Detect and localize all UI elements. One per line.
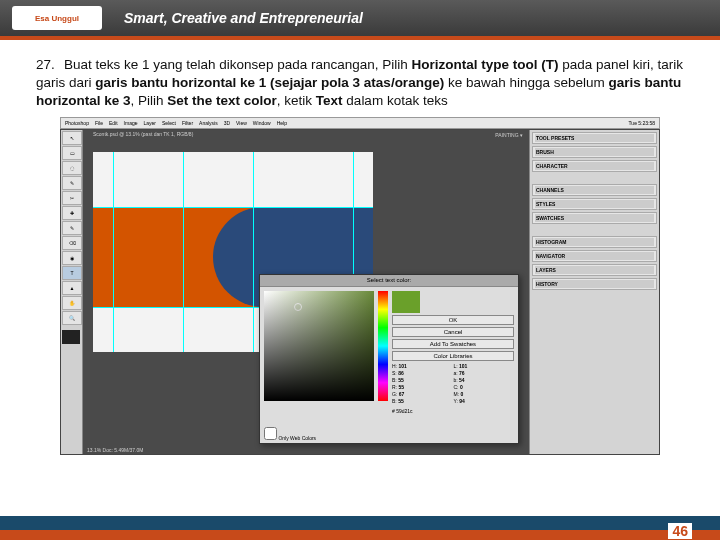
cancel-button[interactable]: Cancel (392, 327, 514, 337)
canvas-area: Scontk.psd @ 13.1% (past dan TK 1, RGB/8… (83, 130, 529, 454)
document-tab[interactable]: Scontk.psd @ 13.1% (past dan TK 1, RGB/8… (93, 131, 193, 137)
right-panels: TOOL PRESETS BRUSH CHARACTER CHANNELS ST… (529, 130, 659, 454)
step-number: 27. (36, 56, 64, 74)
tool-lasso[interactable]: ◌ (62, 161, 82, 175)
tool-hand[interactable]: ✋ (62, 296, 82, 310)
tool-eyedropper[interactable]: ✚ (62, 206, 82, 220)
menu-select[interactable]: Select (162, 120, 176, 126)
university-logo: Esa Unggul (12, 6, 102, 30)
panel-histogram[interactable]: HISTOGRAM (535, 238, 654, 246)
menu-window[interactable]: Window (253, 120, 271, 126)
panel-layers[interactable]: LAYERS (535, 266, 654, 274)
panel-swatches[interactable]: SWATCHES (535, 214, 654, 222)
color-field-cursor (294, 303, 302, 311)
screenshot-photoshop: Photoshop File Edit Image Layer Select F… (60, 117, 660, 457)
tool-gradient[interactable]: ◉ (62, 251, 82, 265)
color-field[interactable] (264, 291, 374, 401)
tool-zoom[interactable]: 🔍 (62, 311, 82, 325)
panel-character[interactable]: CHARACTER (535, 162, 654, 170)
guide-vertical (113, 152, 114, 352)
color-sample (392, 291, 420, 313)
tool-eraser[interactable]: ⌫ (62, 236, 82, 250)
color-value-inputs[interactable]: H: 101L: 101 S: 86a: 76 B: 55b: 54 R: 55… (392, 363, 514, 404)
menubar-clock: Tue 5:23:58 (628, 120, 655, 126)
panel-brush[interactable]: BRUSH (535, 148, 654, 156)
color-picker-title: Select text color: (260, 275, 518, 287)
menu-analysis[interactable]: Analysis (199, 120, 218, 126)
menu-layer[interactable]: Layer (144, 120, 157, 126)
panel-navigator[interactable]: NAVIGATOR (535, 252, 654, 260)
guide-vertical (253, 152, 254, 352)
menu-help[interactable]: Help (277, 120, 287, 126)
panel-tool-presets[interactable]: TOOL PRESETS (535, 134, 654, 142)
tool-type[interactable]: T (62, 266, 82, 280)
guide-vertical (183, 152, 184, 352)
mac-menubar[interactable]: Photoshop File Edit Image Layer Select F… (60, 117, 660, 129)
header-tagline: Smart, Creative and Entrepreneurial (124, 10, 363, 26)
menu-photoshop[interactable]: Photoshop (65, 120, 89, 126)
add-swatch-button[interactable]: Add To Swatches (392, 339, 514, 349)
guide-horizontal (93, 207, 373, 208)
menu-3d[interactable]: 3D (224, 120, 230, 126)
footer-stripe-blue (0, 516, 720, 530)
status-bar: 13.1% Doc: 5.49M/37.0M (83, 446, 147, 454)
page-number: 46 (668, 523, 692, 539)
ok-button[interactable]: OK (392, 315, 514, 325)
tool-wand[interactable]: ✎ (62, 176, 82, 190)
menu-filter[interactable]: Filter (182, 120, 193, 126)
panel-styles[interactable]: STYLES (535, 200, 654, 208)
tool-brush[interactable]: ✎ (62, 221, 82, 235)
slide-footer: 46 (0, 512, 720, 540)
hex-input[interactable]: # 59d21c (392, 408, 514, 414)
step-instruction: 27.Buat teks ke 1 yang telah dikonsep pa… (0, 40, 720, 117)
panel-history[interactable]: HISTORY (535, 280, 654, 288)
only-web-colors-checkbox[interactable] (264, 427, 277, 440)
color-picker-dialog: Select text color: OK Cancel Add To Swat… (259, 274, 519, 444)
slide-header: Esa Unggul Smart, Creative and Entrepren… (0, 0, 720, 40)
tool-panel: ↖ ▭ ◌ ✎ ✂ ✚ ✎ ⌫ ◉ T ▲ ✋ 🔍 (61, 130, 83, 454)
color-libraries-button[interactable]: Color Libraries (392, 351, 514, 361)
menu-file[interactable]: File (95, 120, 103, 126)
color-swatch[interactable] (62, 330, 80, 344)
tool-move[interactable]: ↖ (62, 131, 82, 145)
tool-pen[interactable]: ▲ (62, 281, 82, 295)
photoshop-workspace: ↖ ▭ ◌ ✎ ✂ ✚ ✎ ⌫ ◉ T ▲ ✋ 🔍 Scontk.psd @ 1… (60, 129, 660, 455)
menu-image[interactable]: Image (124, 120, 138, 126)
footer-stripe-orange (0, 530, 720, 540)
menu-view[interactable]: View (236, 120, 247, 126)
panel-channels[interactable]: CHANNELS (535, 186, 654, 194)
hue-slider[interactable] (378, 291, 388, 401)
tool-crop[interactable]: ✂ (62, 191, 82, 205)
menu-edit[interactable]: Edit (109, 120, 118, 126)
tool-marquee[interactable]: ▭ (62, 146, 82, 160)
workspace-switcher[interactable]: PAINTING ▾ (495, 132, 523, 138)
